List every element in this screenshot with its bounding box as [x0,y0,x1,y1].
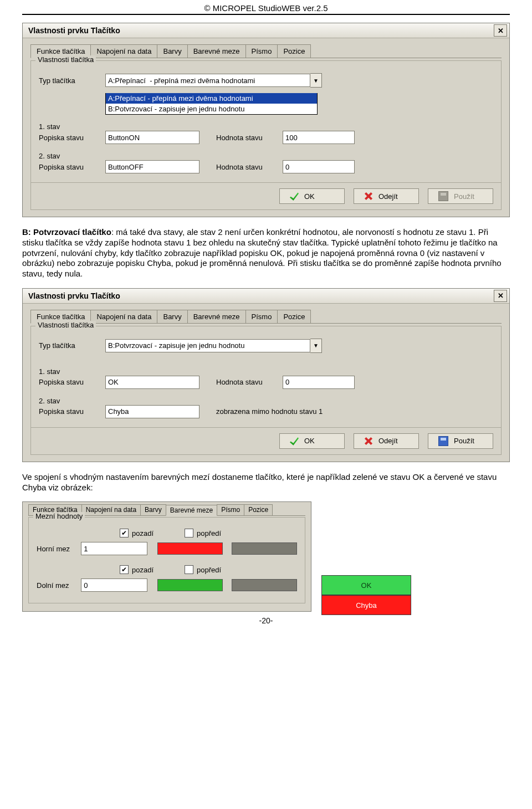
paragraph-2: Ve spojení s vhodným nastavením barevnýc… [22,472,510,493]
caption1-input[interactable] [105,131,200,144]
type-combo[interactable]: ▼ [105,73,322,88]
close-icon: ✕ [498,27,504,35]
upper-bg-swatch[interactable] [157,542,223,555]
save-icon [438,436,448,446]
tab-napojeni[interactable]: Napojení na data [81,504,141,515]
apply-label: Použít [454,192,474,201]
cancel-button[interactable]: Odejít [354,188,419,204]
ok-button[interactable]: OK [279,433,345,449]
tab-barevne-meze[interactable]: Barevné meze [166,505,217,516]
close-button-2[interactable]: ✕ [494,290,507,302]
limits-panel: Funkce tlačítka Napojení na data Barvy B… [22,501,311,612]
cancel-label: Odejít [378,437,398,445]
state2-heading-2: 2. stav [39,397,493,405]
lower-label: Dolní mez [37,581,81,590]
status-err-preview: Chyba [321,595,411,615]
label-value1: Hodnota stavu [216,134,283,142]
tab-pismo[interactable]: Písmo [245,44,278,58]
tab-pismo[interactable]: Písmo [245,310,278,323]
tab-napojeni[interactable]: Napojení na data [90,44,157,58]
type-dropdown[interactable]: A:Přepínací - přepíná mezi dvěma hodnota… [105,93,318,115]
tab-barvy[interactable]: Barvy [157,310,187,323]
chevron-down-icon[interactable]: ▼ [310,339,322,353]
titlebar: Vlastnosti prvku Tlačítko ✕ [23,23,509,38]
tab-napojeni[interactable]: Napojení na data [90,310,157,323]
ok-button[interactable]: OK [279,188,345,204]
status-ok-preview: OK [321,575,411,595]
limits-legend: Mezní hodnoty [33,512,85,520]
bg-upper-checkbox[interactable]: ✔ [120,529,129,537]
group-limits: Mezní hodnoty ✔pozadí popředí Horní mez [28,517,305,603]
type-input-2[interactable] [105,339,310,352]
group-vlastnosti: Vlastnosti tlačítka Typ tlačítka ▼ A:Pře… [30,60,502,183]
tab-pozice[interactable]: Pozice [277,310,311,323]
save-icon [438,191,448,201]
button-bar-2: OK Odejít Použít [30,428,502,455]
bg-label: pozadí [132,529,154,537]
button-bar-1: OK Odejít Použít [30,183,502,210]
type-option-a[interactable]: A:Přepínací - přepíná mezi dvěma hodnota… [106,93,317,104]
type-input[interactable] [105,74,310,87]
tab-pozice[interactable]: Pozice [244,504,273,515]
caption1-input-2[interactable] [105,376,200,389]
tab-barvy[interactable]: Barvy [140,504,166,515]
lower-input[interactable] [81,578,147,592]
tabs-1: Funkce tlačítka Napojení na data Barvy B… [30,44,502,58]
x-icon [364,437,373,446]
value2-input[interactable] [283,160,355,173]
fg-lower-checkbox[interactable] [185,565,193,574]
fg-upper-checkbox[interactable] [185,529,193,537]
value1-input-2[interactable] [283,376,355,389]
dialog-properties-1: Vlastnosti prvku Tlačítko ✕ Funkce tlačí… [22,23,510,217]
label-value2: Hodnota stavu [216,163,283,171]
state2-heading: 2. stav [39,152,493,160]
titlebar-2: Vlastnosti prvku Tlačítko ✕ [23,289,509,304]
upper-fg-swatch[interactable] [232,542,297,555]
upper-input[interactable] [81,542,147,555]
tab-pozice[interactable]: Pozice [277,44,311,58]
dialog-title: Vlastnosti prvku Tlačítko [28,26,120,35]
dialog-title-2: Vlastnosti prvku Tlačítko [28,291,120,300]
paragraph-1: B: Potvrzovací tlačítko: má také dva sta… [22,227,510,279]
label-caption1-2: Popiska stavu [39,378,105,386]
value1-input[interactable] [283,131,355,144]
tabs-2: Funkce tlačítka Napojení na data Barvy B… [30,309,502,324]
state2-note: zobrazena mimo hodnotu stavu 1 [216,407,323,416]
check-icon [290,192,299,201]
tab-barevne-meze[interactable]: Barevné meze [187,310,246,323]
apply-label: Použít [454,437,474,445]
cancel-label: Odejít [378,192,398,201]
label-type-2: Typ tlačítka [39,341,105,350]
label-caption2-2: Popiska stavu [39,407,105,416]
cancel-button[interactable]: Odejít [354,433,419,449]
check-icon [290,437,299,446]
ok-label: OK [304,437,315,445]
tab-barevne-meze[interactable]: Barevné meze [187,44,246,58]
group-legend: Vlastnosti tlačítka [35,55,96,64]
status-preview: OK Chyba [321,575,510,615]
ok-label: OK [304,192,315,201]
header-rule [22,14,510,15]
x-icon [364,192,373,201]
close-button[interactable]: ✕ [494,24,507,37]
apply-button[interactable]: Použít [428,188,493,204]
label-value1-2: Hodnota stavu [216,378,283,386]
upper-label: Horní mez [37,545,81,553]
lower-fg-swatch[interactable] [232,579,297,591]
group-legend-2: Vlastnosti tlačítka [35,321,96,329]
caption2-input-2[interactable] [105,405,200,418]
type-option-b[interactable]: B:Potvrzovací - zapisuje jen jednu hodno… [106,104,317,114]
chevron-down-icon[interactable]: ▼ [310,73,322,88]
type-combo-2[interactable]: ▼ [105,339,322,353]
fg-label-2: popředí [197,566,221,574]
state1-heading: 1. stav [39,122,493,131]
caption2-input[interactable] [105,160,200,173]
apply-button[interactable]: Použít [428,433,493,449]
bg-lower-checkbox[interactable]: ✔ [120,565,129,574]
group-vlastnosti-2: Vlastnosti tlačítka Typ tlačítka ▼ 1. st… [30,326,502,428]
page-number: -20- [0,616,532,625]
lower-bg-swatch[interactable] [157,579,223,591]
tab-pismo[interactable]: Písmo [217,504,244,515]
tab-barvy[interactable]: Barvy [157,44,187,58]
bg-label-2: pozadí [132,566,154,574]
